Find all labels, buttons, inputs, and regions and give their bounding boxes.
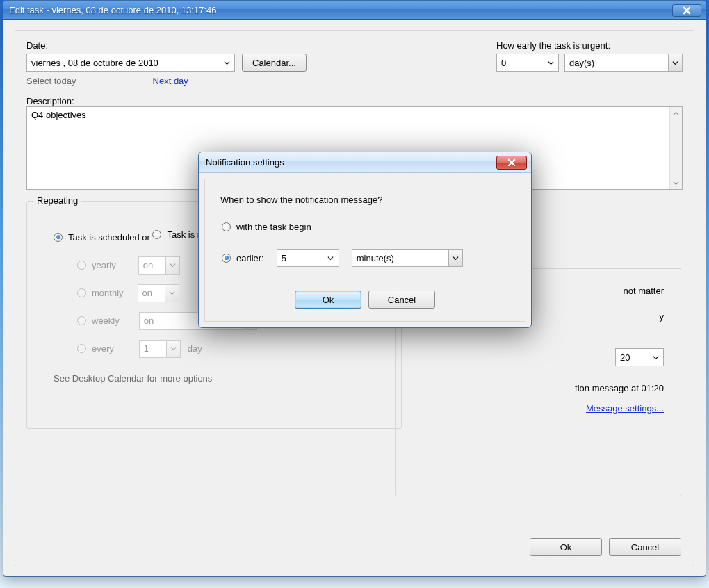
modal-close-button[interactable]	[496, 156, 527, 170]
chevron-down-icon	[668, 54, 682, 71]
yearly-on-select: on	[138, 256, 180, 275]
chevron-down-icon	[544, 54, 557, 71]
radio-weekly: weekly	[77, 316, 120, 326]
scrollbar[interactable]	[669, 107, 682, 189]
monthly-on-select: on	[138, 284, 179, 302]
urgent-unit-select[interactable]: day(s)	[564, 54, 683, 72]
chevron-down-icon	[325, 250, 337, 266]
main-ok-button[interactable]: Ok	[530, 538, 602, 556]
date-value: viernes , 08 de octubre de 2010	[31, 58, 158, 68]
chevron-down-icon	[220, 54, 233, 71]
radio-task-once[interactable]: Task is scheduled or	[54, 232, 150, 243]
close-icon	[683, 6, 691, 15]
next-day-link[interactable]: Next day	[153, 76, 188, 86]
modal-titlebar[interactable]: Notification settings	[199, 152, 531, 173]
urgent-label: How early the task is urgent:	[496, 40, 610, 51]
calendar-button[interactable]: Calendar...	[242, 54, 307, 72]
main-close-button[interactable]	[672, 4, 701, 17]
close-icon	[507, 158, 516, 167]
main-titlebar[interactable]: Edit task - viernes, 08 de octubre de 20…	[3, 1, 706, 20]
chevron-down-icon	[448, 250, 462, 266]
radio-every: every	[77, 343, 114, 354]
radio-monthly: monthly	[77, 288, 124, 298]
window-title: Edit task - viernes, 08 de octubre de 20…	[9, 5, 672, 15]
modal-ok-button[interactable]: Ok	[295, 291, 361, 309]
modal-title: Notification settings	[206, 157, 496, 168]
radio-earlier[interactable]: earlier:	[222, 253, 264, 263]
every-amount-select: 1	[139, 340, 181, 358]
modal-question: When to show the notification message?	[220, 195, 510, 205]
date-picker[interactable]: viernes , 08 de octubre de 2010	[26, 54, 235, 72]
radio-with-begin[interactable]: with the task begin	[222, 222, 510, 232]
repeating-title: Repeating	[34, 195, 81, 206]
scroll-down-icon	[670, 177, 682, 189]
earlier-amount-select[interactable]: 5	[277, 249, 339, 267]
radio-yearly: yearly	[77, 260, 116, 270]
notification-settings-dialog: Notification settings When to show the n…	[198, 152, 532, 389]
select-today-link[interactable]: Select today	[26, 76, 76, 86]
message-settings-link[interactable]: Message settings...	[586, 403, 664, 414]
date-label: Date:	[26, 40, 48, 51]
description-label: Description:	[26, 96, 74, 106]
earlier-unit-select[interactable]: minute(s)	[352, 249, 463, 267]
main-cancel-button[interactable]: Cancel	[609, 538, 681, 556]
right-time-select[interactable]: 20	[615, 348, 664, 366]
chevron-down-icon	[649, 349, 662, 366]
scroll-up-icon	[670, 107, 682, 120]
modal-cancel-button[interactable]: Cancel	[368, 291, 435, 309]
urgent-amount-select[interactable]: 0	[496, 54, 559, 72]
